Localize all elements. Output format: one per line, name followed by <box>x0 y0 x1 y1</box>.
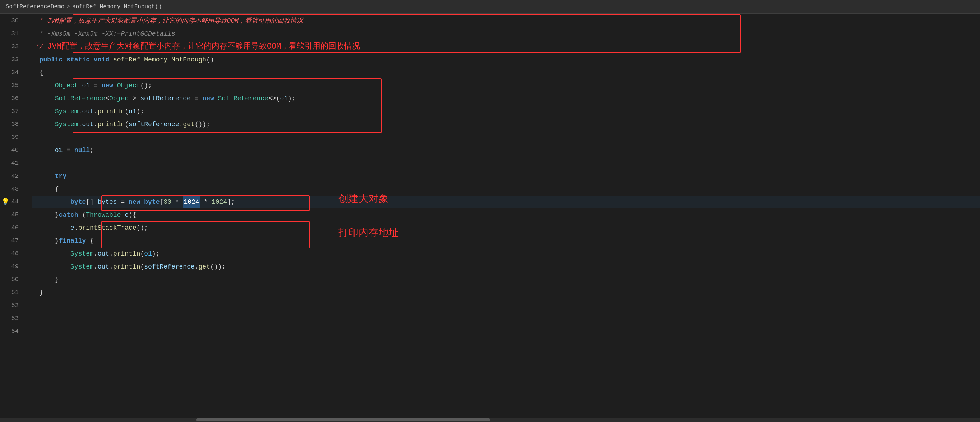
code-line-52 <box>32 299 980 312</box>
code-line-38: System.out.println(softReference.get()); <box>32 118 980 131</box>
code-line-46: e.printStackTrace(); <box>32 221 980 234</box>
code-line-30: * JVM配置，故意生产大对象配置小内存，让它的内存不够用导致OOM，看软引用的… <box>32 14 980 27</box>
ln-44: 💡 44 <box>0 196 26 209</box>
ln-35: 35 <box>0 79 26 92</box>
code-text-33e: softRef_Memory_NotEnough <box>113 53 206 66</box>
ln-47: 47 <box>0 234 26 247</box>
code-line-34: { <box>32 66 980 79</box>
code-line-53 <box>32 312 980 325</box>
code-text-31b: -Xms5m -Xmx5m -XX:+PrintGCDetails <box>47 27 175 40</box>
ln-41: 41 <box>0 157 26 170</box>
editor-container: SoftReferenceDemo > softRef_Memory_NotEn… <box>0 0 980 422</box>
ln-40: 40 <box>0 144 26 157</box>
code-line-33: public static void softRef_Memory_NotEno… <box>32 53 980 66</box>
ln-49: 49 <box>0 260 26 273</box>
code-line-40: o1 = null; <box>32 144 980 157</box>
ln-46: 46 <box>0 221 26 234</box>
code-line-37: System.out.println(o1); <box>32 105 980 118</box>
ln-32: 32 <box>0 40 26 53</box>
code-text-32a: */ <box>32 40 47 53</box>
code-line-51: } <box>32 286 980 299</box>
code-line-32: */ JVM配置，故意生产大对象配置小内存，让它的内存不够用导致OOM，看软引用… <box>32 40 980 53</box>
code-line-49: System.out.println(softReference.get()); <box>32 260 980 273</box>
code-content[interactable]: * JVM配置，故意生产大对象配置小内存，让它的内存不够用导致OOM，看软引用的… <box>26 14 980 418</box>
code-line-47: }finally { <box>32 234 980 247</box>
ln-43: 43 <box>0 183 26 196</box>
code-line-39 <box>32 131 980 144</box>
code-line-42: try <box>32 170 980 183</box>
ln-51: 51 <box>0 286 26 299</box>
code-line-54 <box>32 325 980 338</box>
ln-54: 54 <box>0 325 26 338</box>
breadcrumb-project: SoftReferenceDemo <box>6 3 64 10</box>
scrollbar-thumb[interactable] <box>196 419 490 421</box>
code-text-30: * JVM配置，故意生产大对象配置小内存，让它的内存不够用导致OOM，看软引用的… <box>32 14 303 27</box>
line-numbers: 30 31 32 33 34 35 36 37 38 39 40 41 42 4… <box>0 14 26 418</box>
code-line-35: Object o1 = new Object(); <box>32 79 980 92</box>
ln-52: 52 <box>0 299 26 312</box>
code-line-43: { <box>32 183 980 196</box>
code-text-33d: void <box>94 53 109 66</box>
ln-36: 36 <box>0 92 26 105</box>
code-line-48: System.out.println(o1); <box>32 247 980 260</box>
code-line-36: SoftReference<Object> softReference = ne… <box>32 92 980 105</box>
breadcrumb-method: softRef_Memory_NotEnough() <box>72 3 162 10</box>
ln-34: 34 <box>0 66 26 79</box>
scrollbar-area[interactable] <box>0 418 980 422</box>
ln-33: 33 <box>0 53 26 66</box>
code-line-44: byte[] bytes = new byte[30 * 1024 * 1024… <box>32 196 980 209</box>
code-line-50: } <box>32 273 980 286</box>
code-line-31: * -Xms5m -Xmx5m -XX:+PrintGCDetails <box>32 27 980 40</box>
ln-50: 50 <box>0 273 26 286</box>
ln-45: 45 <box>0 209 26 221</box>
selected-1024: 1024 <box>183 196 200 209</box>
code-text-34: { <box>32 66 43 79</box>
code-line-45: }catch (Throwable e){ <box>32 209 980 221</box>
code-area: 30 31 32 33 34 35 36 37 38 39 40 41 42 4… <box>0 14 980 418</box>
code-text-33a <box>32 53 40 66</box>
ln-30: 30 <box>0 14 26 27</box>
lightbulb-icon: 💡 <box>2 196 10 209</box>
ln-38: 38 <box>0 118 26 131</box>
code-text-33b: public <box>40 53 63 66</box>
breadcrumb-bar: SoftReferenceDemo > softRef_Memory_NotEn… <box>0 0 980 14</box>
ln-39: 39 <box>0 131 26 144</box>
code-text-31: * <box>32 27 47 40</box>
breadcrumb-sep1: > <box>67 3 70 10</box>
ln-53: 53 <box>0 312 26 325</box>
ln-42: 42 <box>0 170 26 183</box>
ln-48: 48 <box>0 247 26 260</box>
ln-37: 37 <box>0 105 26 118</box>
code-line-41 <box>32 157 980 170</box>
code-text-32b: JVM配置，故意生产大对象配置小内存，让它的内存不够用导致OOM，看软引用的回收… <box>47 40 360 53</box>
ln-31: 31 <box>0 27 26 40</box>
code-text-33c: static <box>67 53 90 66</box>
